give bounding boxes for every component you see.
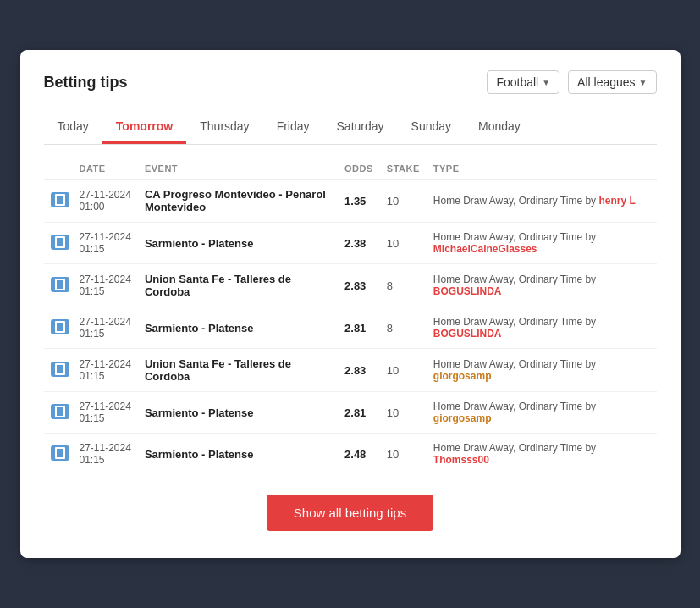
row-odds: 1.35 xyxy=(338,180,380,223)
ticket-icon xyxy=(51,404,69,419)
leagues-filter-button[interactable]: All leagues ▼ xyxy=(568,70,656,94)
row-type: Home Draw Away, Ordinary Time by giorgos… xyxy=(427,392,657,434)
row-icon-cell xyxy=(44,307,73,349)
row-event: Sarmiento - Platense xyxy=(138,392,338,434)
row-event: Sarmiento - Platense xyxy=(138,434,338,475)
row-date: 27-11-202401:15 xyxy=(73,392,138,434)
row-stake: 10 xyxy=(380,392,427,434)
col-stake: STAKE xyxy=(380,158,427,180)
tab-thursday[interactable]: Thursday xyxy=(186,111,262,144)
row-odds: 2.38 xyxy=(338,223,380,264)
user-link[interactable]: BOGUSLINDA xyxy=(433,328,502,340)
row-odds: 2.83 xyxy=(338,349,380,392)
table-row: 27-11-202401:15 Sarmiento - Platense 2.8… xyxy=(44,392,657,434)
user-link[interactable]: BOGUSLINDA xyxy=(433,285,502,297)
row-type: Home Draw Away, Ordinary Time by henry L xyxy=(427,180,657,223)
row-event: Union Santa Fe - Talleres de Cordoba xyxy=(138,264,338,307)
card-header: Betting tips Football ▼ All leagues ▼ xyxy=(44,70,657,94)
row-event: Sarmiento - Platense xyxy=(138,307,338,349)
row-stake: 10 xyxy=(380,349,427,392)
tab-today[interactable]: Today xyxy=(44,111,102,144)
table-row: 27-11-202401:00 CA Progreso Montevideo -… xyxy=(44,180,657,223)
col-date: DATE xyxy=(73,158,138,180)
col-type: TYPE xyxy=(427,158,657,180)
table-row: 27-11-202401:15 Sarmiento - Platense 2.3… xyxy=(44,223,657,264)
ticket-icon xyxy=(51,277,69,292)
tabs-bar: Today Tomorrow Thursday Friday Saturday … xyxy=(44,111,657,145)
row-stake: 10 xyxy=(380,223,427,264)
row-stake: 8 xyxy=(380,307,427,349)
type-prefix: Home Draw Away, Ordinary Time by xyxy=(433,316,596,328)
sport-filter-arrow-icon: ▼ xyxy=(542,78,550,87)
leagues-filter-label: All leagues xyxy=(577,75,636,89)
col-icon xyxy=(44,158,73,180)
row-type: Home Draw Away, Ordinary Time by BOGUSLI… xyxy=(427,264,657,307)
card-title: Betting tips xyxy=(44,74,128,91)
table-row: 27-11-202401:15 Union Santa Fe - Tallere… xyxy=(44,264,657,307)
user-link[interactable]: Thomsss00 xyxy=(433,454,489,466)
type-prefix: Home Draw Away, Ordinary Time by xyxy=(433,274,596,285)
col-odds: ODDS xyxy=(338,158,380,180)
row-date: 27-11-202401:15 xyxy=(73,434,138,475)
show-button-wrapper: Show all betting tips xyxy=(44,495,657,531)
row-type: Home Draw Away, Ordinary Time by BOGUSLI… xyxy=(427,307,657,349)
table-row: 27-11-202401:15 Union Santa Fe - Tallere… xyxy=(44,349,657,392)
row-date: 27-11-202401:15 xyxy=(73,349,138,392)
table-row: 27-11-202401:15 Sarmiento - Platense 2.8… xyxy=(44,307,657,349)
row-stake: 10 xyxy=(380,180,427,223)
row-odds: 2.81 xyxy=(338,307,380,349)
row-date: 27-11-202401:15 xyxy=(73,264,138,307)
row-icon-cell xyxy=(44,392,73,434)
sport-filter-label: Football xyxy=(496,75,538,89)
row-odds: 2.83 xyxy=(338,264,380,307)
user-link[interactable]: MichaelCaineGlasses xyxy=(433,243,537,255)
type-prefix: Home Draw Away, Ordinary Time by xyxy=(433,442,596,454)
row-date: 27-11-202401:00 xyxy=(73,180,138,223)
ticket-icon xyxy=(51,235,69,250)
sport-filter-button[interactable]: Football ▼ xyxy=(487,70,559,94)
row-icon-cell xyxy=(44,180,73,223)
filters: Football ▼ All leagues ▼ xyxy=(487,70,656,94)
user-link[interactable]: giorgosamp xyxy=(433,412,492,424)
type-prefix: Home Draw Away, Ordinary Time by xyxy=(433,195,599,207)
tab-tomorrow[interactable]: Tomorrow xyxy=(102,111,186,144)
row-type: Home Draw Away, Ordinary Time by Michael… xyxy=(427,223,657,264)
betting-tips-card: Betting tips Football ▼ All leagues ▼ To… xyxy=(20,50,681,558)
show-all-tips-button[interactable]: Show all betting tips xyxy=(267,495,433,531)
row-icon-cell xyxy=(44,434,73,475)
tab-sunday[interactable]: Sunday xyxy=(398,111,465,144)
type-prefix: Home Draw Away, Ordinary Time by xyxy=(433,231,596,243)
ticket-icon xyxy=(51,319,69,334)
row-type: Home Draw Away, Ordinary Time by Thomsss… xyxy=(427,434,657,475)
user-link[interactable]: giorgosamp xyxy=(433,370,492,382)
col-event: EVENT xyxy=(138,158,338,180)
row-date: 27-11-202401:15 xyxy=(73,307,138,349)
row-stake: 10 xyxy=(380,434,427,475)
tab-monday[interactable]: Monday xyxy=(465,111,534,144)
row-icon-cell xyxy=(44,264,73,307)
ticket-icon xyxy=(51,362,69,377)
row-odds: 2.48 xyxy=(338,434,380,475)
leagues-filter-arrow-icon: ▼ xyxy=(639,78,648,87)
ticket-icon xyxy=(51,445,69,461)
row-event: CA Progreso Montevideo - Penarol Montevi… xyxy=(138,180,338,223)
row-event: Union Santa Fe - Talleres de Cordoba xyxy=(138,349,338,392)
row-date: 27-11-202401:15 xyxy=(73,223,138,264)
ticket-icon xyxy=(51,192,69,207)
type-prefix: Home Draw Away, Ordinary Time by xyxy=(433,401,596,412)
table-row: 27-11-202401:15 Sarmiento - Platense 2.4… xyxy=(44,434,657,475)
row-icon-cell xyxy=(44,349,73,392)
tab-saturday[interactable]: Saturday xyxy=(323,111,398,144)
tips-table: DATE EVENT ODDS STAKE TYPE 27-11-202401:… xyxy=(44,158,657,474)
row-odds: 2.81 xyxy=(338,392,380,434)
type-prefix: Home Draw Away, Ordinary Time by xyxy=(433,358,596,370)
tab-friday[interactable]: Friday xyxy=(263,111,323,144)
row-type: Home Draw Away, Ordinary Time by giorgos… xyxy=(427,349,657,392)
user-link[interactable]: henry L xyxy=(598,195,635,207)
row-event: Sarmiento - Platense xyxy=(138,223,338,264)
row-stake: 8 xyxy=(380,264,427,307)
row-icon-cell xyxy=(44,223,73,264)
